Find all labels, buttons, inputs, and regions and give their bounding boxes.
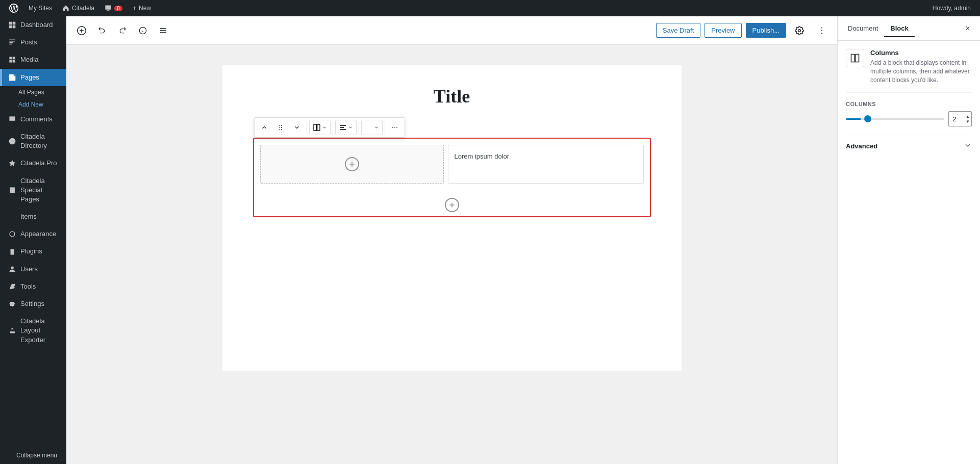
sidebar-item-add-new[interactable]: Add New	[0, 98, 66, 111]
sidebar-item-citadela-layout-exporter[interactable]: Citadela Layout Exporter	[0, 313, 66, 349]
sidebar-item-all-pages[interactable]: All Pages	[0, 86, 66, 98]
svg-rect-10	[11, 249, 14, 253]
sidebar-item-tools[interactable]: Tools	[0, 278, 66, 295]
columns-increment-button[interactable]: ▲	[964, 114, 971, 119]
panel-content: Columns Add a block that displays conten…	[838, 41, 980, 464]
svg-point-14	[798, 29, 801, 32]
admin-bar-new[interactable]: + New	[129, 0, 155, 16]
svg-marker-9	[9, 160, 16, 166]
admin-bar-site-title[interactable]: Citadela	[58, 0, 98, 16]
sidebar-item-citadela-pro[interactable]: Citadela Pro	[0, 154, 66, 172]
block-more-options[interactable]	[387, 120, 403, 135]
tab-document[interactable]: Document	[842, 20, 884, 37]
block-icon	[846, 49, 864, 67]
svg-rect-2	[9, 25, 12, 29]
advanced-header[interactable]: Advanced	[846, 135, 972, 157]
appearance-icon	[8, 230, 16, 238]
editor-settings-button[interactable]	[790, 21, 809, 40]
add-block-button[interactable]	[72, 21, 91, 40]
sidebar-item-comments[interactable]: Comments	[0, 111, 66, 128]
svg-point-28	[396, 127, 397, 128]
block-move-down-button[interactable]	[289, 120, 305, 135]
sidebar-item-appearance[interactable]: Appearance	[0, 225, 66, 243]
undo-button[interactable]	[93, 21, 111, 40]
columns-type-dropdown[interactable]	[309, 120, 331, 135]
plugins-icon	[8, 248, 16, 256]
tab-block[interactable]: Block	[884, 20, 914, 37]
svg-point-21	[281, 127, 282, 128]
columns-block-content: Lorem ipsum dolor	[254, 139, 650, 190]
columns-slider[interactable]	[846, 118, 944, 120]
columns-decrement-button[interactable]: ▼	[964, 119, 971, 124]
typography-dropdown[interactable]	[361, 120, 383, 135]
admin-bar-wp-logo[interactable]	[5, 0, 22, 16]
svg-point-15	[821, 27, 822, 28]
citadela-special-pages-icon	[8, 186, 16, 194]
publish-button[interactable]: Publish...	[746, 23, 786, 38]
editor-content: Title	[222, 65, 682, 371]
columns-number-input[interactable]	[952, 115, 964, 123]
svg-point-19	[281, 125, 282, 126]
more-options-button[interactable]	[813, 21, 831, 40]
svg-point-8	[9, 138, 16, 145]
sidebar-item-plugins[interactable]: Plugins	[0, 243, 66, 260]
admin-bar-my-sites[interactable]: My Sites	[24, 0, 56, 16]
citadela-pro-icon	[8, 159, 16, 167]
pages-icon	[8, 73, 16, 82]
svg-rect-1	[13, 22, 16, 25]
advanced-section: Advanced	[846, 135, 972, 157]
columns-section: Columns ▲ ▼	[846, 101, 972, 126]
admin-bar-howdy: Howdy, admin	[928, 5, 975, 12]
sidebar-item-posts[interactable]: Posts	[0, 34, 66, 51]
sidebar-item-citadela-directory[interactable]: Citadela Directory	[0, 128, 66, 154]
svg-point-16	[821, 30, 822, 31]
sidebar-item-items[interactable]: Items	[0, 208, 66, 225]
svg-point-26	[392, 127, 393, 128]
save-draft-button[interactable]: Save Draft	[656, 23, 700, 38]
sidebar-item-pages[interactable]: Pages	[0, 69, 66, 86]
svg-point-23	[281, 129, 282, 130]
redo-button[interactable]	[113, 21, 132, 40]
columns-block-selected[interactable]: Lorem ipsum dolor	[253, 138, 651, 217]
svg-rect-29	[851, 55, 855, 62]
svg-rect-25	[317, 124, 319, 131]
column-left[interactable]	[260, 145, 444, 184]
sidebar-item-media[interactable]: Media	[0, 51, 66, 68]
svg-point-18	[279, 125, 280, 126]
svg-rect-30	[856, 55, 859, 62]
svg-point-17	[821, 33, 822, 34]
comments-icon	[8, 115, 16, 123]
block-toolbar-sep3	[359, 121, 359, 134]
editor-canvas: Title	[66, 45, 837, 464]
info-button[interactable]	[134, 21, 152, 40]
svg-rect-6	[9, 60, 12, 63]
add-block-to-column-button[interactable]	[345, 157, 359, 171]
svg-point-27	[394, 127, 395, 128]
columns-number-input-wrapper: ▲ ▼	[948, 111, 972, 126]
svg-point-22	[279, 129, 280, 130]
page-title[interactable]: Title	[253, 86, 651, 107]
column-right[interactable]: Lorem ipsum dolor	[448, 145, 644, 184]
citadela-layout-exporter-icon	[8, 326, 16, 334]
list-view-button[interactable]	[154, 21, 172, 40]
tools-icon	[8, 282, 16, 291]
admin-bar-comments[interactable]: 0	[100, 0, 127, 16]
sidebar: Dashboard Posts Media Pages All Pages Ad…	[0, 16, 66, 464]
sidebar-item-settings[interactable]: Settings	[0, 295, 66, 313]
block-move-up-button[interactable]	[257, 120, 272, 135]
block-info: Columns Add a block that displays conten…	[846, 49, 972, 93]
sidebar-item-dashboard[interactable]: Dashboard	[0, 16, 66, 34]
toolbar-right: Save Draft Preview Publish...	[656, 21, 831, 40]
preview-button[interactable]: Preview	[705, 23, 741, 38]
main-layout: Dashboard Posts Media Pages All Pages Ad…	[0, 16, 980, 464]
sidebar-item-citadela-special-pages[interactable]: Citadela Special Pages	[0, 172, 66, 209]
align-dropdown[interactable]	[335, 120, 357, 135]
sidebar-item-users[interactable]: Users	[0, 261, 66, 278]
block-drag-handle[interactable]	[273, 120, 288, 135]
block-title: Columns	[870, 49, 972, 57]
lorem-text: Lorem ipsum dolor	[455, 151, 510, 162]
panel-close-button[interactable]: ×	[960, 20, 976, 37]
collapse-menu[interactable]: Collapse menu	[0, 447, 66, 464]
admin-bar: My Sites Citadela 0 + New Howdy, admin	[0, 0, 980, 16]
add-block-below-button[interactable]	[445, 198, 459, 212]
